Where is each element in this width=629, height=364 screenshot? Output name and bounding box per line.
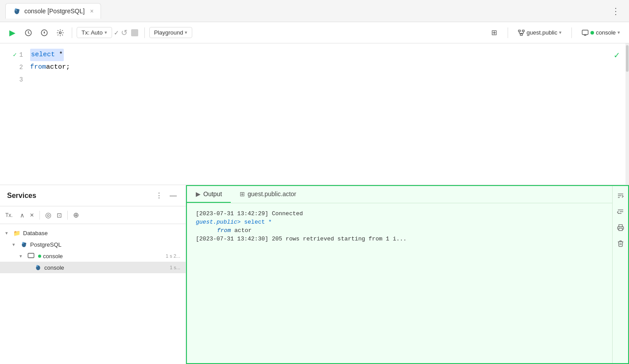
more-options-button[interactable]: ⋮ [608, 4, 624, 18]
services-panel: Services ⋮ — Tx. ∧ ✕ ◎ ⊡ ⊕ ▾ 📁 Database [0, 185, 186, 364]
eye-button[interactable]: ◎ [43, 210, 53, 220]
commit-button[interactable]: ✓ [114, 29, 119, 36]
line-numbers: ✓ 1 2 3 [0, 43, 27, 185]
new-tab-button[interactable]: ⊡ [55, 211, 64, 220]
filter-icon [617, 192, 624, 199]
output-actor: actor [234, 227, 252, 234]
tree-label-console-active: console [44, 264, 168, 271]
line-number-3: 3 [4, 74, 23, 86]
print-icon [617, 224, 624, 231]
svg-rect-18 [582, 30, 588, 35]
add-button[interactable]: ⊕ [71, 210, 81, 220]
delete-button[interactable] [614, 237, 627, 250]
chevron-down-icon-3: ▾ [559, 30, 562, 35]
chevron-database: ▾ [5, 230, 12, 236]
console-active-meta: 1 s... [170, 265, 180, 270]
svg-point-22 [22, 242, 23, 244]
playground-label: Playground [154, 29, 183, 36]
tree-label-console-session: console [43, 253, 164, 259]
tab-output[interactable]: ▶ Output [187, 186, 231, 203]
console-pg-icon [35, 264, 42, 271]
bottom-panel: Services ⋮ — Tx. ∧ ✕ ◎ ⊡ ⊕ ▾ 📁 Database [0, 185, 629, 364]
chevron-console-session: ▾ [19, 253, 26, 259]
tab-bar: console [PostgreSQL] × ⋮ [0, 0, 629, 22]
svg-point-3 [18, 9, 20, 12]
services-collapse-button[interactable]: — [168, 191, 179, 201]
services-more-button[interactable]: ⋮ [154, 190, 164, 201]
editor-scrollbar-thumb [626, 45, 629, 72]
code-editor[interactable]: select * from actor; [27, 43, 629, 185]
trash-icon [617, 240, 624, 247]
svg-point-10 [59, 31, 62, 34]
chevron-down-icon-2: ▾ [185, 30, 187, 35]
tree-item-postgresql[interactable]: ▾ PostgreSQL [0, 239, 186, 250]
output-select: select * [244, 219, 272, 225]
output-line-2: guest.public> select * [196, 219, 619, 225]
schema-dropdown[interactable]: guest.public ▾ [514, 27, 565, 38]
services-header-actions: ⋮ — [154, 190, 179, 201]
table-view-button[interactable]: ⊞ [487, 26, 501, 40]
toolbar: ▶ Tx: Auto ▾ ✓ ↺ Playground ▾ ⊞ [0, 22, 629, 43]
tree-label-database: Database [23, 230, 180, 236]
chevron-down-icon-4: ▾ [617, 30, 620, 35]
tab-output-label: Output [203, 190, 222, 197]
line-number-1: ✓ 1 [4, 49, 23, 61]
schema-icon [518, 29, 525, 36]
print-button[interactable] [614, 221, 627, 234]
code-line-2: from actor; [30, 61, 625, 74]
sort-up-button[interactable]: ∧ [18, 211, 26, 220]
settings-button[interactable] [53, 26, 67, 40]
connection-status-dot [590, 31, 594, 35]
output-line-3: from actor [196, 227, 619, 234]
filter-lines-button[interactable] [614, 190, 627, 202]
output-panel: ▶ Output ⊞ guest.public.actor [2023-07-3… [186, 185, 629, 364]
tab-console-postgresql[interactable]: console [PostgreSQL] × [5, 3, 101, 19]
console-connection-dropdown[interactable]: console ▾ [578, 27, 624, 38]
code-line-3 [30, 74, 625, 86]
services-title: Services [7, 192, 36, 200]
toolbar-right: ⊞ guest.public ▾ console [487, 26, 624, 40]
run-button[interactable]: ▶ [5, 26, 19, 40]
line-number-2: 2 [4, 61, 23, 74]
services-tree: ▾ 📁 Database ▾ PostgreSQL ▾ [0, 224, 186, 364]
tab-close-button[interactable]: × [90, 8, 93, 15]
svg-rect-13 [520, 34, 522, 35]
editor-scrollbar[interactable] [625, 43, 629, 185]
svg-rect-24 [28, 253, 34, 258]
output-content: [2023-07-31 13:42:29] Connected guest.pu… [187, 203, 628, 363]
tab-table[interactable]: ⊞ guest.public.actor [231, 186, 305, 203]
tree-item-database[interactable]: ▾ 📁 Database [0, 228, 186, 239]
sort-output-button[interactable] [614, 205, 627, 218]
stop-button[interactable] [131, 29, 138, 36]
tx-label: Tx: Auto [82, 29, 103, 36]
folder-icon: 📁 [13, 230, 20, 236]
pin-button[interactable] [37, 26, 51, 40]
console-session-meta: 1 s 2... [166, 253, 180, 259]
separator-4 [571, 27, 572, 38]
tree-item-console-session[interactable]: ▾ console 1 s 2... [0, 250, 186, 262]
elephant-icon [13, 7, 21, 15]
separator-2 [144, 27, 145, 38]
svg-rect-11 [518, 30, 520, 31]
tab-table-label: guest.public.actor [248, 190, 296, 197]
tx-indicator: Tx. [5, 212, 13, 218]
schema-label: guest.public [527, 29, 557, 36]
sort-down-button[interactable]: ✕ [28, 211, 36, 219]
keyword-select: select [31, 51, 55, 58]
grid-icon: ⊞ [240, 190, 245, 197]
playground-dropdown[interactable]: Playground ▾ [149, 27, 193, 38]
line-check-icon-1: ✓ [13, 49, 16, 61]
tree-label-postgresql: PostgreSQL [30, 241, 180, 248]
output-tabs: ▶ Output ⊞ guest.public.actor [187, 186, 628, 203]
terminal-icon: ▶ [196, 190, 201, 197]
code-line-1: select * [30, 49, 625, 61]
svg-point-4 [16, 13, 18, 14]
tab-list: console [PostgreSQL] × [5, 3, 101, 19]
history-button[interactable] [21, 26, 35, 40]
tree-item-console-active[interactable]: console 1 s... [0, 262, 186, 273]
chevron-postgresql: ▾ [12, 242, 19, 248]
tx-dropdown[interactable]: Tx: Auto ▾ [77, 27, 112, 38]
undo-button[interactable]: ↺ [121, 28, 128, 38]
svg-point-5 [16, 11, 17, 12]
tab-title: console [PostgreSQL] [24, 8, 85, 15]
